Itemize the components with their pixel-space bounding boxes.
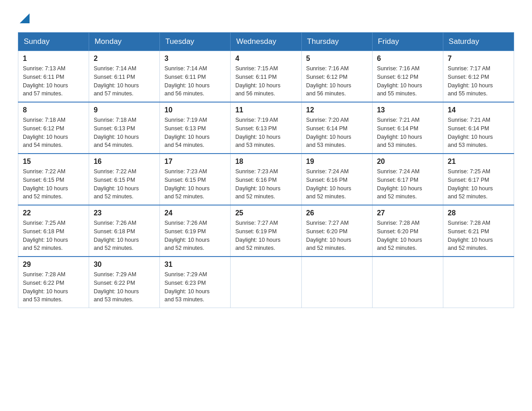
day-info: Sunrise: 7:25 AMSunset: 6:17 PMDaylight:…	[448, 167, 509, 201]
day-cell: 14 Sunrise: 7:21 AMSunset: 6:14 PMDaylig…	[443, 102, 514, 154]
day-info: Sunrise: 7:18 AMSunset: 6:13 PMDaylight:…	[94, 116, 155, 150]
weekday-header-row: SundayMondayTuesdayWednesdayThursdayFrid…	[18, 33, 514, 51]
logo-triangle-icon	[20, 13, 30, 23]
day-number: 5	[306, 55, 368, 63]
day-cell: 3 Sunrise: 7:14 AMSunset: 6:11 PMDayligh…	[160, 51, 231, 103]
day-cell: 20 Sunrise: 7:24 AMSunset: 6:17 PMDaylig…	[372, 154, 443, 205]
day-number: 15	[23, 158, 84, 166]
day-cell: 17 Sunrise: 7:23 AMSunset: 6:15 PMDaylig…	[160, 154, 231, 205]
day-number: 16	[94, 158, 155, 166]
day-number: 18	[235, 158, 296, 166]
day-cell: 8 Sunrise: 7:18 AMSunset: 6:12 PMDayligh…	[18, 102, 89, 154]
week-row-4: 22 Sunrise: 7:25 AMSunset: 6:18 PMDaylig…	[18, 205, 514, 257]
day-info: Sunrise: 7:15 AMSunset: 6:11 PMDaylight:…	[235, 64, 296, 98]
day-cell: 30 Sunrise: 7:29 AMSunset: 6:22 PMDaylig…	[89, 257, 160, 308]
day-info: Sunrise: 7:27 AMSunset: 6:19 PMDaylight:…	[235, 219, 296, 253]
day-number: 19	[306, 158, 368, 166]
week-row-5: 29 Sunrise: 7:28 AMSunset: 6:22 PMDaylig…	[18, 257, 514, 308]
day-info: Sunrise: 7:19 AMSunset: 6:13 PMDaylight:…	[235, 116, 296, 150]
day-info: Sunrise: 7:28 AMSunset: 6:21 PMDaylight:…	[448, 219, 509, 253]
day-number: 9	[94, 106, 155, 114]
day-cell: 4 Sunrise: 7:15 AMSunset: 6:11 PMDayligh…	[231, 51, 301, 103]
day-cell: 29 Sunrise: 7:28 AMSunset: 6:22 PMDaylig…	[18, 257, 89, 308]
day-cell: 31 Sunrise: 7:29 AMSunset: 6:23 PMDaylig…	[160, 257, 231, 308]
day-cell: 27 Sunrise: 7:28 AMSunset: 6:20 PMDaylig…	[372, 205, 443, 257]
day-info: Sunrise: 7:29 AMSunset: 6:22 PMDaylight:…	[94, 270, 155, 304]
logo	[18, 13, 30, 23]
day-number: 2	[94, 55, 155, 63]
page-header	[18, 13, 514, 23]
day-info: Sunrise: 7:26 AMSunset: 6:18 PMDaylight:…	[94, 219, 155, 253]
day-info: Sunrise: 7:24 AMSunset: 6:16 PMDaylight:…	[306, 167, 368, 201]
day-cell: 18 Sunrise: 7:23 AMSunset: 6:16 PMDaylig…	[231, 154, 301, 205]
svg-marker-0	[20, 13, 30, 23]
day-cell	[231, 257, 301, 308]
day-cell: 10 Sunrise: 7:19 AMSunset: 6:13 PMDaylig…	[160, 102, 231, 154]
day-number: 6	[377, 55, 438, 63]
day-info: Sunrise: 7:21 AMSunset: 6:14 PMDaylight:…	[377, 116, 438, 150]
day-info: Sunrise: 7:13 AMSunset: 6:11 PMDaylight:…	[23, 64, 84, 98]
header-thursday: Thursday	[301, 33, 372, 51]
day-cell	[301, 257, 372, 308]
day-number: 25	[235, 209, 296, 217]
day-number: 14	[448, 106, 509, 114]
day-number: 26	[306, 209, 368, 217]
header-sunday: Sunday	[18, 33, 89, 51]
day-number: 3	[164, 55, 226, 63]
day-cell: 12 Sunrise: 7:20 AMSunset: 6:14 PMDaylig…	[301, 102, 372, 154]
day-cell: 22 Sunrise: 7:25 AMSunset: 6:18 PMDaylig…	[18, 205, 89, 257]
day-info: Sunrise: 7:28 AMSunset: 6:20 PMDaylight:…	[377, 219, 438, 253]
day-number: 21	[448, 158, 509, 166]
calendar-table: SundayMondayTuesdayWednesdayThursdayFrid…	[18, 32, 514, 308]
day-cell: 2 Sunrise: 7:14 AMSunset: 6:11 PMDayligh…	[89, 51, 160, 103]
day-cell: 5 Sunrise: 7:16 AMSunset: 6:12 PMDayligh…	[301, 51, 372, 103]
day-info: Sunrise: 7:17 AMSunset: 6:12 PMDaylight:…	[448, 64, 509, 98]
week-row-3: 15 Sunrise: 7:22 AMSunset: 6:15 PMDaylig…	[18, 154, 514, 205]
day-number: 12	[306, 106, 368, 114]
day-cell: 15 Sunrise: 7:22 AMSunset: 6:15 PMDaylig…	[18, 154, 89, 205]
day-number: 22	[23, 209, 84, 217]
day-cell: 26 Sunrise: 7:27 AMSunset: 6:20 PMDaylig…	[301, 205, 372, 257]
day-cell: 6 Sunrise: 7:16 AMSunset: 6:12 PMDayligh…	[372, 51, 443, 103]
day-info: Sunrise: 7:26 AMSunset: 6:19 PMDaylight:…	[164, 219, 226, 253]
day-cell: 11 Sunrise: 7:19 AMSunset: 6:13 PMDaylig…	[231, 102, 301, 154]
day-info: Sunrise: 7:23 AMSunset: 6:15 PMDaylight:…	[164, 167, 226, 201]
day-cell: 16 Sunrise: 7:22 AMSunset: 6:15 PMDaylig…	[89, 154, 160, 205]
day-cell: 7 Sunrise: 7:17 AMSunset: 6:12 PMDayligh…	[443, 51, 514, 103]
day-info: Sunrise: 7:29 AMSunset: 6:23 PMDaylight:…	[164, 270, 226, 304]
day-info: Sunrise: 7:16 AMSunset: 6:12 PMDaylight:…	[306, 64, 368, 98]
day-number: 31	[164, 261, 226, 269]
week-row-1: 1 Sunrise: 7:13 AMSunset: 6:11 PMDayligh…	[18, 51, 514, 103]
day-info: Sunrise: 7:27 AMSunset: 6:20 PMDaylight:…	[306, 219, 368, 253]
day-number: 23	[94, 209, 155, 217]
day-info: Sunrise: 7:23 AMSunset: 6:16 PMDaylight:…	[235, 167, 296, 201]
day-info: Sunrise: 7:28 AMSunset: 6:22 PMDaylight:…	[23, 270, 84, 304]
day-number: 4	[235, 55, 296, 63]
day-info: Sunrise: 7:18 AMSunset: 6:12 PMDaylight:…	[23, 116, 84, 150]
day-number: 1	[23, 55, 84, 63]
day-info: Sunrise: 7:22 AMSunset: 6:15 PMDaylight:…	[23, 167, 84, 201]
day-cell: 13 Sunrise: 7:21 AMSunset: 6:14 PMDaylig…	[372, 102, 443, 154]
day-number: 30	[94, 261, 155, 269]
day-cell: 28 Sunrise: 7:28 AMSunset: 6:21 PMDaylig…	[443, 205, 514, 257]
day-info: Sunrise: 7:14 AMSunset: 6:11 PMDaylight:…	[94, 64, 155, 98]
day-info: Sunrise: 7:14 AMSunset: 6:11 PMDaylight:…	[164, 64, 226, 98]
day-number: 27	[377, 209, 438, 217]
day-info: Sunrise: 7:19 AMSunset: 6:13 PMDaylight:…	[164, 116, 226, 150]
day-info: Sunrise: 7:25 AMSunset: 6:18 PMDaylight:…	[23, 219, 84, 253]
day-number: 11	[235, 106, 296, 114]
header-tuesday: Tuesday	[160, 33, 231, 51]
header-monday: Monday	[89, 33, 160, 51]
header-friday: Friday	[372, 33, 443, 51]
day-info: Sunrise: 7:24 AMSunset: 6:17 PMDaylight:…	[377, 167, 438, 201]
day-info: Sunrise: 7:21 AMSunset: 6:14 PMDaylight:…	[448, 116, 509, 150]
header-wednesday: Wednesday	[231, 33, 301, 51]
day-cell: 23 Sunrise: 7:26 AMSunset: 6:18 PMDaylig…	[89, 205, 160, 257]
day-number: 20	[377, 158, 438, 166]
day-number: 28	[448, 209, 509, 217]
day-number: 7	[448, 55, 509, 63]
day-number: 29	[23, 261, 84, 269]
day-number: 8	[23, 106, 84, 114]
header-saturday: Saturday	[443, 33, 514, 51]
day-info: Sunrise: 7:22 AMSunset: 6:15 PMDaylight:…	[94, 167, 155, 201]
